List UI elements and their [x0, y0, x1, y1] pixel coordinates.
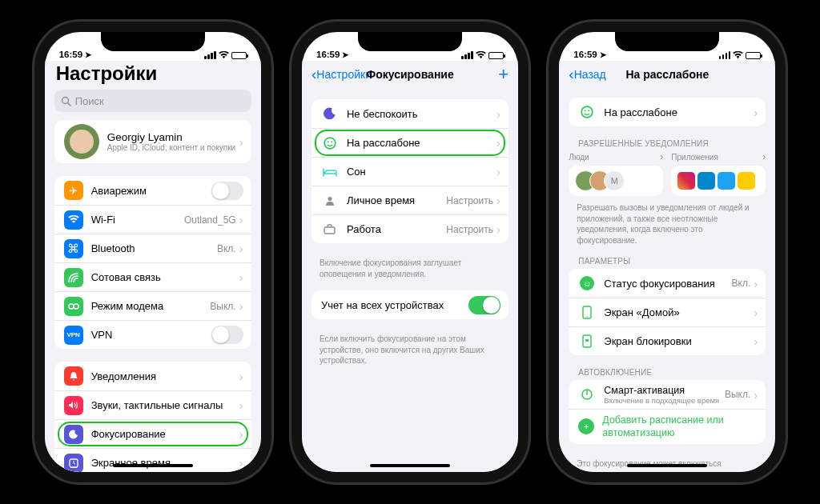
- back-button[interactable]: ‹Назад: [569, 66, 605, 83]
- search-icon: [61, 96, 71, 106]
- phone-icon: [578, 304, 596, 322]
- location-icon: ➤: [600, 50, 606, 59]
- back-button[interactable]: ‹Настройки: [312, 66, 372, 83]
- svg-point-12: [589, 110, 590, 111]
- svg-rect-16: [585, 339, 589, 342]
- search-placeholder: Поиск: [75, 95, 104, 107]
- svg-point-3: [74, 304, 78, 309]
- row-cellular[interactable]: Сотовая связь ›: [54, 262, 251, 291]
- section-auto: АВТОВКЛЮЧЕНИЕ: [559, 368, 775, 380]
- row-focus[interactable]: Фокусирование ›: [54, 419, 251, 448]
- avatar: [64, 124, 99, 159]
- profile-card[interactable]: Georgiy Lyamin Apple ID, iCloud, контент…: [54, 120, 251, 163]
- time: 16:59: [59, 50, 82, 59]
- power-icon: [578, 386, 596, 403]
- smile-icon: [578, 103, 596, 121]
- svg-point-8: [328, 197, 332, 201]
- svg-rect-9: [324, 227, 335, 234]
- row-hotspot[interactable]: Режим модема Выкл. ›: [54, 291, 251, 320]
- row-status[interactable]: ☺ Статус фокусирования Вкл. ›: [569, 269, 766, 298]
- row-screentime[interactable]: Экранное время ›: [54, 448, 251, 472]
- people-card[interactable]: M: [569, 166, 663, 196]
- row-homescreen[interactable]: Экран «Домой» ›: [569, 298, 766, 326]
- bluetooth-icon: ⌘: [64, 239, 83, 258]
- chevron-right-icon: ›: [762, 151, 766, 162]
- signal-icon: [461, 51, 473, 59]
- search-input[interactable]: Поиск: [54, 90, 251, 112]
- chevron-right-icon: ›: [660, 151, 663, 162]
- chevron-right-icon: ›: [239, 135, 243, 149]
- row-bluetooth[interactable]: ⌘ Bluetooth Вкл. ›: [54, 234, 251, 262]
- chevron-right-icon: ›: [496, 136, 500, 150]
- sounds-icon: [64, 396, 83, 415]
- page-title: Настройки: [45, 61, 261, 90]
- phone-focus-list: 16:59➤ ‹Настройки Фокусирование + Не бес…: [302, 32, 518, 472]
- focus-top-card: На расслабоне ›: [569, 98, 766, 126]
- cellular-icon: [64, 268, 83, 287]
- signal-icon: [719, 51, 731, 59]
- svg-point-14: [587, 316, 589, 318]
- row-vpn[interactable]: VPN VPN: [54, 320, 251, 349]
- row-smart[interactable]: Смарт-активация Включение в подходящее в…: [569, 380, 766, 409]
- home-indicator[interactable]: [370, 464, 450, 467]
- row-wifi[interactable]: Wi-Fi Outland_5G ›: [54, 205, 251, 234]
- home-indicator[interactable]: [113, 464, 193, 467]
- chevron-right-icon: ›: [239, 370, 243, 383]
- chevron-right-icon: ›: [754, 306, 758, 319]
- row-airplane[interactable]: ✈ Авиарежим: [54, 176, 251, 205]
- row-work[interactable]: Работа Настроить ›: [312, 214, 508, 243]
- section-params: ПАРАМЕТРЫ: [559, 257, 775, 269]
- chevron-right-icon: ›: [754, 106, 758, 119]
- row-lockscreen[interactable]: Экран блокировки ›: [569, 326, 766, 355]
- phone-settings: 16:59➤ Настройки Поиск Georgiy Lyamin Ap…: [45, 32, 261, 472]
- chevron-right-icon: ›: [239, 242, 243, 255]
- row-notifications[interactable]: Уведомления ›: [54, 362, 251, 390]
- chevron-right-icon: ›: [239, 427, 243, 441]
- chevron-right-icon: ›: [239, 398, 243, 412]
- home-indicator[interactable]: [627, 464, 707, 467]
- phone-focus-detail: 16:59➤ ‹Назад На расслабоне На расслабон…: [559, 32, 775, 472]
- apps-card[interactable]: [671, 166, 766, 196]
- chevron-right-icon: ›: [754, 334, 758, 348]
- notch: [358, 32, 462, 51]
- share-toggle[interactable]: [468, 296, 500, 314]
- settings-group-1: ✈ Авиарежим Wi-Fi Outland_5G › ⌘ Bluetoo…: [54, 176, 251, 349]
- settings-group-2: Уведомления › Звуки, тактильные сигналы …: [54, 362, 251, 472]
- row-share[interactable]: Учет на всех устройствах: [312, 290, 508, 319]
- airplane-toggle[interactable]: [211, 182, 243, 200]
- svg-point-5: [324, 138, 336, 149]
- profile-sub: Apple ID, iCloud, контент и покупки: [107, 143, 239, 152]
- chevron-right-icon: ›: [239, 270, 243, 284]
- row-dnd[interactable]: Не беспокоить ›: [312, 99, 508, 128]
- section-allowed: РАЗРЕШЕННЫЕ УВЕДОМЛЕНИЯ: [559, 139, 775, 151]
- airplane-icon: ✈: [64, 181, 83, 200]
- params-card: ☺ Статус фокусирования Вкл. › Экран «Дом…: [569, 269, 766, 355]
- row-focus-name[interactable]: На расслабоне ›: [569, 98, 766, 126]
- nav-bar: ‹Настройки Фокусирование +: [302, 61, 518, 88]
- row-custom[interactable]: На расслабоне ›: [312, 128, 508, 157]
- row-add-schedule[interactable]: + Добавить расписание или автоматизацию: [569, 409, 766, 444]
- chevron-right-icon: ›: [239, 456, 243, 470]
- time: 16:59: [316, 50, 340, 59]
- add-button[interactable]: +: [498, 64, 508, 85]
- row-personal[interactable]: Личное время Настроить ›: [312, 186, 508, 214]
- people-avatars: M: [575, 170, 618, 191]
- row-sleep[interactable]: Сон ›: [312, 157, 508, 186]
- chevron-right-icon: ›: [754, 388, 758, 402]
- battery-icon: [746, 52, 761, 59]
- chevron-right-icon: ›: [496, 165, 500, 178]
- screentime-icon: [64, 454, 83, 473]
- apps-label: Приложения: [671, 153, 718, 162]
- svg-line-1: [67, 102, 70, 106]
- wifi-icon: [476, 51, 486, 59]
- chevron-right-icon: ›: [239, 299, 243, 313]
- wifi-icon: [219, 51, 229, 59]
- chevron-right-icon: ›: [496, 222, 500, 236]
- people-label: Люди: [569, 153, 589, 162]
- vpn-toggle[interactable]: [211, 326, 243, 344]
- row-sounds[interactable]: Звуки, тактильные сигналы ›: [54, 390, 251, 419]
- battery-icon: [488, 52, 504, 59]
- svg-point-7: [331, 141, 332, 142]
- vpn-icon: VPN: [64, 326, 83, 345]
- smile-icon: [321, 134, 339, 152]
